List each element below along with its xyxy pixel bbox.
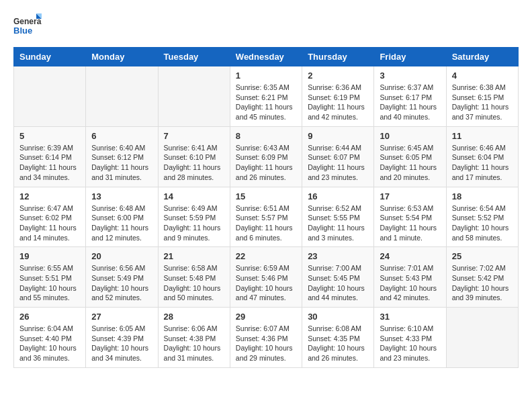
calendar-cell (158, 66, 230, 127)
calendar-cell: 7Sunrise: 6:41 AM Sunset: 6:10 PM Daylig… (158, 126, 230, 187)
day-number: 12 (19, 191, 80, 201)
day-info: Sunrise: 6:44 AM Sunset: 6:07 PM Dayligh… (308, 143, 368, 183)
day-info: Sunrise: 6:08 AM Sunset: 4:35 PM Dayligh… (308, 324, 368, 363)
day-info: Sunrise: 6:52 AM Sunset: 5:55 PM Dayligh… (308, 203, 368, 243)
calendar-cell: 26Sunrise: 6:04 AM Sunset: 4:40 PM Dayli… (14, 308, 86, 368)
day-number: 22 (236, 251, 296, 261)
calendar-cell: 5Sunrise: 6:39 AM Sunset: 6:14 PM Daylig… (14, 126, 86, 187)
day-info: Sunrise: 7:00 AM Sunset: 5:45 PM Dayligh… (308, 263, 368, 303)
day-info: Sunrise: 6:55 AM Sunset: 5:51 PM Dayligh… (19, 263, 80, 303)
calendar-cell: 23Sunrise: 7:00 AM Sunset: 5:45 PM Dayli… (302, 247, 374, 308)
day-number: 19 (19, 251, 80, 261)
day-info: Sunrise: 6:07 AM Sunset: 4:36 PM Dayligh… (236, 324, 296, 363)
day-number: 15 (236, 191, 296, 201)
day-info: Sunrise: 6:35 AM Sunset: 6:21 PM Dayligh… (236, 83, 296, 122)
day-number: 5 (19, 131, 80, 141)
calendar-cell: 27Sunrise: 6:05 AM Sunset: 4:39 PM Dayli… (86, 308, 158, 368)
day-number: 20 (91, 251, 152, 261)
day-info: Sunrise: 6:38 AM Sunset: 6:15 PM Dayligh… (452, 83, 513, 122)
calendar-cell (86, 66, 158, 127)
calendar-cell: 19Sunrise: 6:55 AM Sunset: 5:51 PM Dayli… (14, 247, 86, 308)
day-info: Sunrise: 6:53 AM Sunset: 5:54 PM Dayligh… (380, 203, 440, 243)
calendar-week-row: 26Sunrise: 6:04 AM Sunset: 4:40 PM Dayli… (14, 308, 519, 368)
day-number: 16 (308, 191, 368, 201)
logo-container: General Blue (13, 13, 42, 40)
day-number: 11 (452, 131, 513, 141)
day-info: Sunrise: 6:54 AM Sunset: 5:52 PM Dayligh… (452, 203, 513, 243)
calendar-cell: 1Sunrise: 6:35 AM Sunset: 6:21 PM Daylig… (230, 66, 302, 127)
day-number: 3 (380, 71, 440, 81)
calendar-cell (14, 66, 86, 127)
day-number: 29 (236, 312, 296, 322)
calendar-cell: 28Sunrise: 6:06 AM Sunset: 4:38 PM Dayli… (158, 308, 230, 368)
day-of-week-header: Wednesday (230, 48, 302, 66)
day-number: 10 (380, 131, 440, 141)
calendar-cell: 14Sunrise: 6:49 AM Sunset: 5:59 PM Dayli… (158, 187, 230, 247)
day-info: Sunrise: 6:04 AM Sunset: 4:40 PM Dayligh… (19, 324, 80, 363)
calendar-cell (446, 308, 518, 368)
day-number: 1 (236, 71, 296, 81)
day-info: Sunrise: 7:01 AM Sunset: 5:43 PM Dayligh… (380, 263, 440, 303)
calendar-cell: 20Sunrise: 6:56 AM Sunset: 5:49 PM Dayli… (86, 247, 158, 308)
day-number: 23 (308, 251, 368, 261)
day-number: 14 (164, 191, 224, 201)
day-info: Sunrise: 6:40 AM Sunset: 6:12 PM Dayligh… (91, 143, 152, 183)
day-number: 8 (236, 131, 296, 141)
day-info: Sunrise: 6:47 AM Sunset: 6:02 PM Dayligh… (19, 203, 80, 243)
day-info: Sunrise: 6:49 AM Sunset: 5:59 PM Dayligh… (164, 203, 224, 243)
day-info: Sunrise: 6:10 AM Sunset: 4:33 PM Dayligh… (380, 324, 440, 363)
calendar-cell: 29Sunrise: 6:07 AM Sunset: 4:36 PM Dayli… (230, 308, 302, 368)
day-number: 17 (380, 191, 440, 201)
day-number: 21 (164, 251, 224, 261)
day-number: 2 (308, 71, 368, 81)
day-info: Sunrise: 6:59 AM Sunset: 5:46 PM Dayligh… (236, 263, 296, 303)
calendar-week-row: 5Sunrise: 6:39 AM Sunset: 6:14 PM Daylig… (14, 126, 519, 187)
calendar-header-row: SundayMondayTuesdayWednesdayThursdayFrid… (14, 48, 519, 66)
calendar-cell: 12Sunrise: 6:47 AM Sunset: 6:02 PM Dayli… (14, 187, 86, 247)
day-number: 18 (452, 191, 513, 201)
day-of-week-header: Sunday (14, 48, 86, 66)
calendar-cell: 2Sunrise: 6:36 AM Sunset: 6:19 PM Daylig… (302, 66, 374, 127)
calendar-cell: 15Sunrise: 6:51 AM Sunset: 5:57 PM Dayli… (230, 187, 302, 247)
calendar-cell: 30Sunrise: 6:08 AM Sunset: 4:35 PM Dayli… (302, 308, 374, 368)
day-info: Sunrise: 6:05 AM Sunset: 4:39 PM Dayligh… (91, 324, 152, 363)
calendar-cell: 16Sunrise: 6:52 AM Sunset: 5:55 PM Dayli… (302, 187, 374, 247)
calendar-cell: 24Sunrise: 7:01 AM Sunset: 5:43 PM Dayli… (374, 247, 446, 308)
calendar-cell: 3Sunrise: 6:37 AM Sunset: 6:17 PM Daylig… (374, 66, 446, 127)
day-info: Sunrise: 6:06 AM Sunset: 4:38 PM Dayligh… (164, 324, 224, 363)
day-of-week-header: Monday (86, 48, 158, 66)
calendar-week-row: 1Sunrise: 6:35 AM Sunset: 6:21 PM Daylig… (14, 66, 519, 127)
day-info: Sunrise: 6:45 AM Sunset: 6:05 PM Dayligh… (380, 143, 440, 183)
logo: General Blue (13, 13, 42, 40)
day-info: Sunrise: 6:37 AM Sunset: 6:17 PM Dayligh… (380, 83, 440, 122)
calendar-cell: 17Sunrise: 6:53 AM Sunset: 5:54 PM Dayli… (374, 187, 446, 247)
day-of-week-header: Tuesday (158, 48, 230, 66)
day-number: 27 (91, 312, 152, 322)
svg-text:Blue: Blue (13, 26, 32, 36)
day-info: Sunrise: 6:58 AM Sunset: 5:48 PM Dayligh… (164, 263, 224, 303)
calendar-cell: 25Sunrise: 7:02 AM Sunset: 5:42 PM Dayli… (446, 247, 518, 308)
logo-graphic: General Blue (13, 13, 42, 40)
day-number: 4 (452, 71, 513, 81)
day-number: 6 (91, 131, 152, 141)
calendar-week-row: 19Sunrise: 6:55 AM Sunset: 5:51 PM Dayli… (14, 247, 519, 308)
calendar-cell: 18Sunrise: 6:54 AM Sunset: 5:52 PM Dayli… (446, 187, 518, 247)
calendar: SundayMondayTuesdayWednesdayThursdayFrid… (13, 47, 519, 368)
day-info: Sunrise: 6:36 AM Sunset: 6:19 PM Dayligh… (308, 83, 368, 122)
day-number: 30 (308, 312, 368, 322)
calendar-week-row: 12Sunrise: 6:47 AM Sunset: 6:02 PM Dayli… (14, 187, 519, 247)
calendar-cell: 11Sunrise: 6:46 AM Sunset: 6:04 PM Dayli… (446, 126, 518, 187)
calendar-cell: 9Sunrise: 6:44 AM Sunset: 6:07 PM Daylig… (302, 126, 374, 187)
day-of-week-header: Friday (374, 48, 446, 66)
day-of-week-header: Saturday (446, 48, 518, 66)
day-number: 7 (164, 131, 224, 141)
calendar-cell: 4Sunrise: 6:38 AM Sunset: 6:15 PM Daylig… (446, 66, 518, 127)
day-info: Sunrise: 6:41 AM Sunset: 6:10 PM Dayligh… (164, 143, 224, 183)
header: General Blue (13, 13, 519, 40)
day-number: 25 (452, 251, 513, 261)
day-number: 9 (308, 131, 368, 141)
day-number: 31 (380, 312, 440, 322)
day-info: Sunrise: 6:56 AM Sunset: 5:49 PM Dayligh… (91, 263, 152, 303)
day-number: 26 (19, 312, 80, 322)
day-info: Sunrise: 6:39 AM Sunset: 6:14 PM Dayligh… (19, 143, 80, 183)
